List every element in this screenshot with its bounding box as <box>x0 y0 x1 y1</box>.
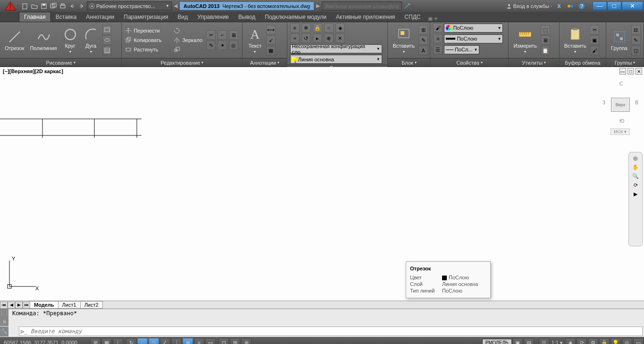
tab-output[interactable]: Вывод <box>234 12 260 22</box>
matchprop-icon[interactable]: 🖌 <box>433 23 443 33</box>
qat-save-icon[interactable] <box>40 2 48 10</box>
annovis-icon[interactable]: ◈ <box>565 338 576 344</box>
rotate-button[interactable] <box>173 26 204 35</box>
app-menu-button[interactable] <box>1 0 20 12</box>
cmd-close-icon[interactable]: ✕ <box>0 318 8 326</box>
trim-icon[interactable]: ✂ <box>206 30 216 40</box>
polyline-button[interactable]: Полилиния <box>28 28 59 52</box>
isolate-icon[interactable]: ◎ <box>622 338 632 344</box>
layer-state-combo[interactable]: Несохраненная конфигурация сло▼ <box>290 44 382 53</box>
drawing-viewport[interactable]: [−][Верхняя][2D каркас] — □ ✕ <box>0 67 644 301</box>
minimize-button[interactable]: — <box>593 1 607 10</box>
osnap-toggle[interactable]: □ <box>137 338 148 344</box>
hatch-icon[interactable] <box>102 46 112 55</box>
lwt-toggle[interactable]: ≡ <box>194 338 204 344</box>
layer-off-icon[interactable]: ○ <box>324 23 334 33</box>
navigation-bar[interactable]: ◎ ✋ 🔍 ⟳ ▶ <box>628 152 643 246</box>
block-create-icon[interactable]: ⊞ <box>418 25 428 34</box>
layer-freeze-icon[interactable]: ❄ <box>301 23 311 33</box>
3dosnap-toggle[interactable]: ◫ <box>149 338 159 344</box>
layer-iso-icon[interactable]: ◈ <box>335 23 345 33</box>
ltype-combo[interactable]: ПоСл...▼ <box>444 45 479 54</box>
lweight-combo[interactable]: ПоСлою▼ <box>444 34 503 43</box>
tpy-toggle[interactable]: ▭ <box>205 338 216 344</box>
vp-close-icon[interactable]: ✕ <box>636 68 642 75</box>
tab-spds[interactable]: СПДС <box>400 12 425 22</box>
paste-button[interactable]: Вставить▾ <box>562 26 588 55</box>
rectangle-icon[interactable] <box>102 25 112 34</box>
exchange-icon[interactable]: X <box>555 2 563 10</box>
tab-layout1[interactable]: Лист1 <box>58 301 81 309</box>
qat-plot-icon[interactable] <box>59 2 67 10</box>
tab-last-icon[interactable]: ⏭ <box>23 302 30 309</box>
scale-button[interactable] <box>173 45 204 54</box>
vp-maximize-icon[interactable]: □ <box>627 68 634 75</box>
close-button[interactable]: ✕ <box>622 1 643 10</box>
panel-util-label[interactable]: Утилиты <box>509 58 559 67</box>
stretch-button[interactable]: Растянуть <box>125 45 171 54</box>
bylayer-icon[interactable]: ≡ <box>433 34 443 43</box>
polar-toggle[interactable]: ↻ <box>126 338 136 344</box>
qat-redo-icon[interactable] <box>77 2 86 10</box>
line-button[interactable]: Отрезок <box>3 28 26 52</box>
command-input[interactable] <box>29 327 642 336</box>
dimension-icon[interactable]: ⟷ <box>266 25 276 34</box>
dyn-toggle[interactable]: ⊕ <box>183 338 193 344</box>
sc-toggle[interactable]: ⊞ <box>230 338 240 344</box>
block-attr-icon[interactable]: A <box>418 46 428 55</box>
panel-draw-label[interactable]: Рисование <box>0 58 121 67</box>
nav-wheel-icon[interactable]: ◎ <box>633 155 638 161</box>
qp-toggle[interactable]: ⊡ <box>218 338 229 344</box>
quickcalc-icon[interactable]: ⊞ <box>541 35 550 45</box>
group-bb-icon[interactable]: ◫ <box>631 46 641 55</box>
color-combo[interactable]: ПоСлою▼ <box>444 24 503 33</box>
quickview-drawings-icon[interactable]: ▤ <box>524 338 534 344</box>
model-space-indicator[interactable]: РМОДЕЛЬ <box>482 339 512 344</box>
select-icon[interactable]: ⬚ <box>541 25 550 34</box>
panel-annot-label[interactable]: Аннотации <box>243 58 286 67</box>
cut-icon[interactable]: ✂ <box>590 25 599 34</box>
table-icon[interactable]: ▦ <box>266 46 276 55</box>
quickview-layouts-icon[interactable]: ▣ <box>512 338 523 344</box>
paste-icon[interactable]: 📋 <box>541 46 550 55</box>
annoscale-icon[interactable]: ⚖ <box>539 338 549 344</box>
group-edit-icon[interactable]: ✎ <box>631 35 641 45</box>
hardware-accel-icon[interactable]: 💡 <box>611 338 621 344</box>
nav-pan-icon[interactable]: ✋ <box>632 164 639 170</box>
panel-block-label[interactable]: Блок <box>388 58 430 67</box>
qat-new-icon[interactable] <box>21 2 29 10</box>
annotation-scale[interactable]: 1:1 ▾ <box>550 340 565 344</box>
search-icon[interactable] <box>403 2 411 10</box>
fillet-icon[interactable]: ⌐ <box>217 30 227 40</box>
copy-button[interactable]: Копировать <box>125 36 171 44</box>
nav-showmotion-icon[interactable]: ▶ <box>634 191 637 197</box>
tab-parametric[interactable]: Параметризация <box>119 12 173 22</box>
clean-screen-icon[interactable]: ▭ <box>633 338 644 344</box>
tab-next-icon[interactable]: ▶ <box>15 302 23 309</box>
viewcube-top[interactable]: Верх <box>611 98 630 112</box>
panel-props-label[interactable]: Свойства <box>430 58 508 67</box>
mirror-button[interactable]: Зеркало <box>173 36 204 44</box>
panel-clip-label[interactable]: Буфер обмена <box>560 58 606 67</box>
layer-walk-icon[interactable]: ▸ <box>313 34 322 43</box>
tab-prev-icon[interactable]: ◀ <box>8 302 15 309</box>
help-icon[interactable]: ? <box>577 2 586 10</box>
tab-online[interactable]: Активные приложения <box>331 12 400 22</box>
list-icon[interactable]: ☰ <box>433 45 443 54</box>
leader-icon[interactable]: ↙ <box>266 35 276 45</box>
nav-next-icon[interactable]: ▶ <box>315 3 321 9</box>
grid-toggle[interactable]: ▦ <box>101 338 112 344</box>
search-input[interactable] <box>322 1 402 10</box>
text-button[interactable]: AТекст▾ <box>245 26 264 55</box>
panel-group-label[interactable]: Группы <box>606 58 644 67</box>
nav-prev-icon[interactable]: ◀ <box>173 3 178 9</box>
layer-merge-icon[interactable]: ⊕ <box>324 34 334 43</box>
am-toggle[interactable]: ⊕ <box>241 338 251 344</box>
coordinates-display[interactable]: 60587.1586, 3177.3571, 0.0000 <box>0 340 90 344</box>
tab-manage[interactable]: Управление <box>192 12 234 22</box>
layer-match-icon[interactable]: ≈ <box>290 34 300 43</box>
login-button[interactable]: Вход в службы · <box>506 3 552 9</box>
qat-open-icon[interactable] <box>30 2 39 10</box>
qat-undo-icon[interactable] <box>68 2 76 10</box>
panel-modify-label[interactable]: Редактирование <box>122 58 242 67</box>
